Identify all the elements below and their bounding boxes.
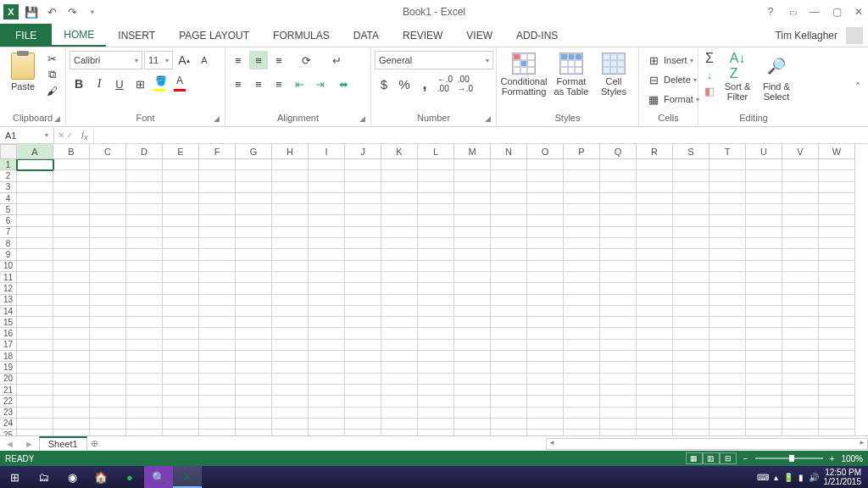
cell[interactable]	[345, 249, 381, 260]
cell[interactable]	[272, 419, 309, 430]
cell[interactable]	[782, 215, 819, 226]
cell[interactable]	[236, 295, 272, 306]
network-icon[interactable]: ▮	[798, 473, 804, 482]
cell[interactable]	[53, 408, 90, 419]
column-header[interactable]: T	[709, 144, 746, 159]
cell[interactable]	[17, 283, 53, 294]
column-header[interactable]: P	[564, 144, 600, 159]
row-header[interactable]: 17	[0, 340, 17, 351]
cell[interactable]	[309, 362, 345, 373]
cell[interactable]	[709, 215, 746, 226]
column-header[interactable]: C	[90, 144, 126, 159]
cell[interactable]	[17, 408, 53, 419]
cell[interactable]	[236, 408, 272, 419]
cell[interactable]	[126, 306, 163, 317]
cell[interactable]	[564, 396, 600, 407]
cell[interactable]	[491, 396, 527, 407]
cell[interactable]	[236, 272, 272, 283]
row-header[interactable]: 4	[0, 193, 17, 204]
cell[interactable]	[819, 261, 855, 272]
row-header[interactable]: 24	[0, 419, 17, 430]
cell[interactable]	[600, 317, 637, 328]
cell[interactable]	[163, 430, 199, 435]
cell[interactable]	[564, 215, 600, 226]
delete-cells-button[interactable]: ⊟Delete ▾	[643, 70, 703, 89]
cell[interactable]	[782, 204, 819, 215]
cell[interactable]	[126, 328, 163, 339]
cell[interactable]	[491, 408, 527, 419]
font-name-select[interactable]: Calibri▾	[70, 51, 142, 69]
wrap-text-icon[interactable]: ↵	[327, 51, 346, 69]
cell[interactable]	[527, 374, 564, 385]
cell[interactable]	[673, 385, 709, 396]
cell[interactable]	[345, 317, 381, 328]
excel-taskbar-icon[interactable]: X	[173, 466, 202, 488]
cell[interactable]	[345, 340, 381, 351]
cell[interactable]	[381, 170, 418, 181]
cell[interactable]	[454, 419, 491, 430]
cell[interactable]	[53, 351, 90, 362]
format-cells-button[interactable]: ▦Format ▾	[643, 90, 703, 108]
cell[interactable]	[673, 272, 709, 283]
cell[interactable]	[199, 170, 236, 181]
cell[interactable]	[53, 328, 90, 339]
help-icon[interactable]: ?	[765, 6, 776, 18]
cell[interactable]	[236, 283, 272, 294]
cell[interactable]	[782, 419, 819, 430]
spotify-icon[interactable]: ●	[115, 466, 144, 488]
merge-center-icon[interactable]: ⬌	[331, 75, 356, 93]
row-header[interactable]: 22	[0, 396, 17, 407]
cell[interactable]	[673, 419, 709, 430]
cell[interactable]	[491, 204, 527, 215]
cell[interactable]	[527, 261, 564, 272]
cell[interactable]	[673, 204, 709, 215]
cell[interactable]	[637, 374, 673, 385]
cell[interactable]	[418, 182, 454, 193]
qat-dropdown-icon[interactable]: ▼	[85, 4, 100, 19]
cell[interactable]	[564, 351, 600, 362]
cell[interactable]	[90, 215, 126, 226]
cell[interactable]	[309, 272, 345, 283]
cell[interactable]	[381, 283, 418, 294]
cell[interactable]	[491, 430, 527, 435]
zoom-in-icon[interactable]: +	[830, 454, 835, 463]
cell[interactable]	[381, 317, 418, 328]
cell[interactable]	[272, 182, 309, 193]
cell[interactable]	[746, 261, 782, 272]
cell[interactable]	[199, 396, 236, 407]
cell[interactable]	[454, 283, 491, 294]
cell[interactable]	[53, 340, 90, 351]
cell[interactable]	[819, 317, 855, 328]
cell[interactable]	[637, 238, 673, 249]
cell[interactable]	[163, 317, 199, 328]
cell[interactable]	[418, 261, 454, 272]
cell[interactable]	[709, 385, 746, 396]
cell[interactable]	[709, 238, 746, 249]
cell[interactable]	[527, 283, 564, 294]
cell[interactable]	[491, 374, 527, 385]
cell[interactable]	[90, 328, 126, 339]
cell[interactable]	[454, 385, 491, 396]
cell[interactable]	[564, 295, 600, 306]
start-button[interactable]: ⊞	[0, 466, 29, 488]
cell[interactable]	[163, 182, 199, 193]
cell[interactable]	[126, 159, 163, 170]
cell[interactable]	[709, 182, 746, 193]
normal-view-icon[interactable]: ▦	[686, 452, 703, 464]
comma-format-icon[interactable]: ,	[415, 75, 434, 93]
cell[interactable]	[782, 396, 819, 407]
cell[interactable]	[673, 215, 709, 226]
column-header[interactable]: D	[126, 144, 163, 159]
cell[interactable]	[600, 238, 637, 249]
font-dialog-icon[interactable]: ◢	[214, 114, 220, 123]
fill-icon[interactable]: ↓	[702, 67, 717, 82]
cell[interactable]	[163, 238, 199, 249]
cell[interactable]	[272, 408, 309, 419]
cell[interactable]	[126, 385, 163, 396]
restore-icon[interactable]: ▢	[831, 6, 843, 18]
formula-bar-input[interactable]	[93, 128, 868, 143]
cell[interactable]	[199, 430, 236, 435]
cell[interactable]	[418, 170, 454, 181]
cell[interactable]	[90, 272, 126, 283]
cell[interactable]	[17, 272, 53, 283]
